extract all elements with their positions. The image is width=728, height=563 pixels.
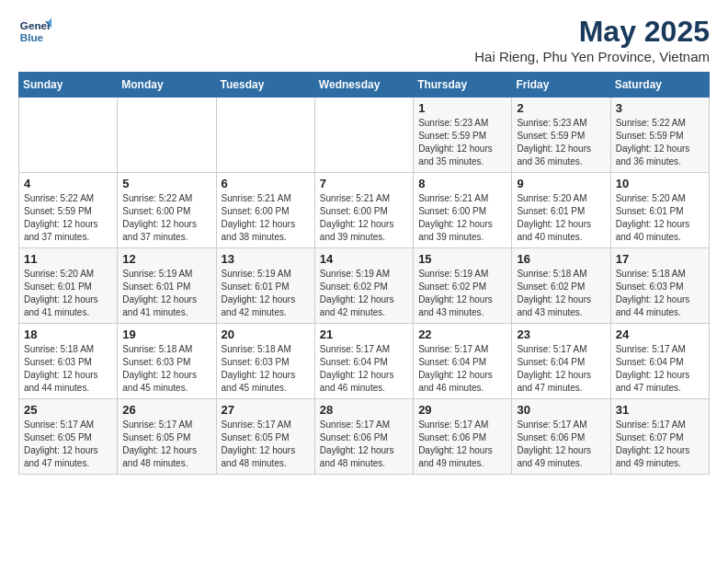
day-number: 7	[320, 177, 408, 190]
day-info: Sunrise: 5:17 AM Sunset: 6:05 PM Dayligh…	[222, 419, 310, 470]
day-cell: 10Sunrise: 5:20 AM Sunset: 6:01 PM Dayli…	[610, 173, 709, 248]
day-info: Sunrise: 5:19 AM Sunset: 6:01 PM Dayligh…	[122, 268, 210, 319]
header-row: SundayMondayTuesdayWednesdayThursdayFrid…	[19, 73, 710, 98]
header-day-tuesday: Tuesday	[216, 73, 314, 98]
day-number: 9	[517, 177, 605, 190]
day-number: 29	[418, 403, 506, 417]
calendar-header: SundayMondayTuesdayWednesdayThursdayFrid…	[19, 73, 710, 98]
day-info: Sunrise: 5:17 AM Sunset: 6:04 PM Dayligh…	[418, 343, 506, 395]
day-info: Sunrise: 5:18 AM Sunset: 6:03 PM Dayligh…	[24, 343, 112, 395]
day-cell: 30Sunrise: 5:17 AM Sunset: 6:06 PM Dayli…	[512, 399, 610, 475]
day-number: 5	[122, 177, 210, 190]
header-day-saturday: Saturday	[610, 73, 709, 98]
day-info: Sunrise: 5:17 AM Sunset: 6:06 PM Dayligh…	[320, 419, 408, 470]
day-info: Sunrise: 5:17 AM Sunset: 6:05 PM Dayligh…	[24, 419, 112, 470]
day-cell: 15Sunrise: 5:19 AM Sunset: 6:02 PM Dayli…	[414, 248, 512, 324]
day-info: Sunrise: 5:18 AM Sunset: 6:02 PM Dayligh…	[517, 268, 605, 319]
calendar-table: SundayMondayTuesdayWednesdayThursdayFrid…	[18, 72, 710, 475]
day-number: 16	[517, 252, 605, 266]
week-row-5: 25Sunrise: 5:17 AM Sunset: 6:05 PM Dayli…	[19, 399, 710, 475]
day-number: 20	[222, 327, 310, 341]
day-number: 17	[616, 252, 704, 266]
logo-icon: General Blue	[18, 15, 51, 48]
week-row-1: 1Sunrise: 5:23 AM Sunset: 5:59 PM Daylig…	[19, 98, 710, 173]
day-cell: 18Sunrise: 5:18 AM Sunset: 6:03 PM Dayli…	[19, 324, 118, 399]
header-day-sunday: Sunday	[19, 73, 118, 98]
day-number: 10	[616, 177, 704, 190]
day-info: Sunrise: 5:18 AM Sunset: 6:03 PM Dayligh…	[122, 343, 210, 395]
day-cell	[314, 98, 413, 173]
day-info: Sunrise: 5:17 AM Sunset: 6:06 PM Dayligh…	[418, 419, 506, 470]
day-cell: 19Sunrise: 5:18 AM Sunset: 6:03 PM Dayli…	[118, 324, 216, 399]
day-info: Sunrise: 5:18 AM Sunset: 6:03 PM Dayligh…	[222, 343, 310, 395]
day-info: Sunrise: 5:17 AM Sunset: 6:06 PM Dayligh…	[517, 419, 605, 470]
day-number: 18	[24, 327, 112, 341]
day-info: Sunrise: 5:20 AM Sunset: 6:01 PM Dayligh…	[616, 192, 704, 244]
day-info: Sunrise: 5:19 AM Sunset: 6:01 PM Dayligh…	[222, 268, 310, 319]
day-cell: 12Sunrise: 5:19 AM Sunset: 6:01 PM Dayli…	[118, 248, 216, 324]
day-number: 6	[222, 177, 310, 190]
day-number: 21	[320, 327, 408, 341]
day-info: Sunrise: 5:22 AM Sunset: 6:00 PM Dayligh…	[122, 192, 210, 244]
day-number: 13	[222, 252, 310, 266]
day-number: 26	[122, 403, 210, 417]
day-info: Sunrise: 5:17 AM Sunset: 6:04 PM Dayligh…	[517, 343, 605, 395]
day-info: Sunrise: 5:21 AM Sunset: 6:00 PM Dayligh…	[222, 192, 310, 244]
day-number: 31	[616, 403, 704, 417]
day-info: Sunrise: 5:21 AM Sunset: 6:00 PM Dayligh…	[418, 192, 506, 244]
day-info: Sunrise: 5:18 AM Sunset: 6:03 PM Dayligh…	[616, 268, 704, 319]
day-number: 25	[24, 403, 112, 417]
day-info: Sunrise: 5:23 AM Sunset: 5:59 PM Dayligh…	[418, 117, 506, 168]
week-row-4: 18Sunrise: 5:18 AM Sunset: 6:03 PM Dayli…	[19, 324, 710, 399]
day-info: Sunrise: 5:21 AM Sunset: 6:00 PM Dayligh…	[320, 192, 408, 244]
day-cell: 27Sunrise: 5:17 AM Sunset: 6:05 PM Dayli…	[216, 399, 314, 475]
day-cell: 31Sunrise: 5:17 AM Sunset: 6:07 PM Dayli…	[610, 399, 709, 475]
week-row-3: 11Sunrise: 5:20 AM Sunset: 6:01 PM Dayli…	[19, 248, 710, 324]
day-cell: 23Sunrise: 5:17 AM Sunset: 6:04 PM Dayli…	[512, 324, 610, 399]
day-cell: 1Sunrise: 5:23 AM Sunset: 5:59 PM Daylig…	[414, 98, 512, 173]
day-info: Sunrise: 5:17 AM Sunset: 6:04 PM Dayligh…	[616, 343, 704, 395]
day-cell: 26Sunrise: 5:17 AM Sunset: 6:05 PM Dayli…	[118, 399, 216, 475]
day-info: Sunrise: 5:17 AM Sunset: 6:07 PM Dayligh…	[616, 419, 704, 470]
day-number: 24	[616, 327, 704, 341]
day-number: 1	[418, 101, 506, 115]
day-cell: 24Sunrise: 5:17 AM Sunset: 6:04 PM Dayli…	[610, 324, 709, 399]
day-cell	[216, 98, 314, 173]
day-cell: 2Sunrise: 5:23 AM Sunset: 5:59 PM Daylig…	[512, 98, 610, 173]
page-header: General Blue May 2025 Hai Rieng, Phu Yen…	[18, 15, 710, 64]
day-cell: 5Sunrise: 5:22 AM Sunset: 6:00 PM Daylig…	[118, 173, 216, 248]
day-cell: 17Sunrise: 5:18 AM Sunset: 6:03 PM Dayli…	[610, 248, 709, 324]
day-info: Sunrise: 5:23 AM Sunset: 5:59 PM Dayligh…	[517, 117, 605, 168]
logo: General Blue	[18, 15, 51, 48]
day-number: 15	[418, 252, 506, 266]
header-day-wednesday: Wednesday	[314, 73, 413, 98]
day-info: Sunrise: 5:20 AM Sunset: 6:01 PM Dayligh…	[517, 192, 605, 244]
svg-text:Blue: Blue	[20, 31, 44, 43]
day-number: 2	[517, 101, 605, 115]
day-cell: 28Sunrise: 5:17 AM Sunset: 6:06 PM Dayli…	[314, 399, 413, 475]
day-number: 14	[320, 252, 408, 266]
day-number: 28	[320, 403, 408, 417]
header-day-thursday: Thursday	[414, 73, 512, 98]
day-cell: 21Sunrise: 5:17 AM Sunset: 6:04 PM Dayli…	[314, 324, 413, 399]
day-cell: 11Sunrise: 5:20 AM Sunset: 6:01 PM Dayli…	[19, 248, 118, 324]
day-cell: 20Sunrise: 5:18 AM Sunset: 6:03 PM Dayli…	[216, 324, 314, 399]
day-info: Sunrise: 5:22 AM Sunset: 5:59 PM Dayligh…	[616, 117, 704, 168]
day-cell: 29Sunrise: 5:17 AM Sunset: 6:06 PM Dayli…	[414, 399, 512, 475]
day-cell: 3Sunrise: 5:22 AM Sunset: 5:59 PM Daylig…	[610, 98, 709, 173]
day-cell: 4Sunrise: 5:22 AM Sunset: 5:59 PM Daylig…	[19, 173, 118, 248]
day-info: Sunrise: 5:17 AM Sunset: 6:05 PM Dayligh…	[122, 419, 210, 470]
day-cell: 14Sunrise: 5:19 AM Sunset: 6:02 PM Dayli…	[314, 248, 413, 324]
day-cell	[19, 98, 118, 173]
day-info: Sunrise: 5:19 AM Sunset: 6:02 PM Dayligh…	[418, 268, 506, 319]
day-info: Sunrise: 5:17 AM Sunset: 6:04 PM Dayligh…	[320, 343, 408, 395]
day-number: 19	[122, 327, 210, 341]
location-title: Hai Rieng, Phu Yen Province, Vietnam	[474, 49, 710, 64]
header-day-monday: Monday	[118, 73, 216, 98]
day-cell: 9Sunrise: 5:20 AM Sunset: 6:01 PM Daylig…	[512, 173, 610, 248]
svg-text:General: General	[20, 19, 51, 31]
day-cell: 8Sunrise: 5:21 AM Sunset: 6:00 PM Daylig…	[414, 173, 512, 248]
day-number: 3	[616, 101, 704, 115]
day-cell: 22Sunrise: 5:17 AM Sunset: 6:04 PM Dayli…	[414, 324, 512, 399]
day-number: 4	[24, 177, 112, 190]
